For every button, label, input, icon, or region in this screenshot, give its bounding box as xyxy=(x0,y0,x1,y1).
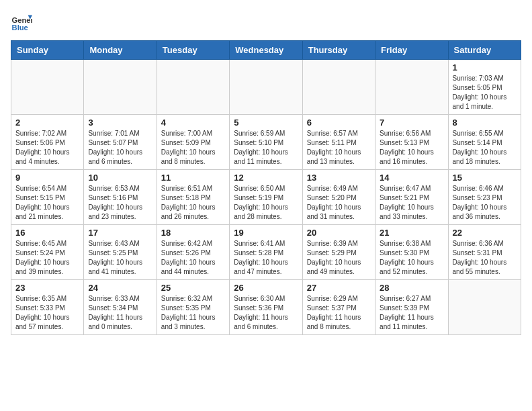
day-number: 4 xyxy=(161,118,225,128)
weekday-header-wednesday: Wednesday xyxy=(230,41,302,60)
calendar-cell: 12Sunrise: 6:50 AM Sunset: 5:19 PM Dayli… xyxy=(230,170,302,225)
day-info: Sunrise: 6:42 AM Sunset: 5:26 PM Dayligh… xyxy=(161,239,225,277)
day-number: 21 xyxy=(380,228,443,238)
calendar-cell xyxy=(84,60,157,115)
weekday-header-saturday: Saturday xyxy=(448,41,521,60)
day-info: Sunrise: 6:54 AM Sunset: 5:15 PM Dayligh… xyxy=(15,184,79,222)
day-info: Sunrise: 6:57 AM Sunset: 5:11 PM Dayligh… xyxy=(307,129,371,167)
day-info: Sunrise: 6:39 AM Sunset: 5:29 PM Dayligh… xyxy=(307,239,371,277)
day-info: Sunrise: 6:51 AM Sunset: 5:18 PM Dayligh… xyxy=(161,184,225,222)
calendar-week-2: 9Sunrise: 6:54 AM Sunset: 5:15 PM Daylig… xyxy=(11,170,521,225)
calendar-cell: 16Sunrise: 6:45 AM Sunset: 5:24 PM Dayli… xyxy=(11,225,84,280)
day-number: 12 xyxy=(234,173,298,183)
calendar-cell: 20Sunrise: 6:39 AM Sunset: 5:29 PM Dayli… xyxy=(302,225,375,280)
day-info: Sunrise: 6:46 AM Sunset: 5:23 PM Dayligh… xyxy=(453,184,517,222)
calendar-cell: 10Sunrise: 6:53 AM Sunset: 5:16 PM Dayli… xyxy=(84,170,157,225)
day-info: Sunrise: 6:33 AM Sunset: 5:34 PM Dayligh… xyxy=(88,294,152,332)
calendar-cell: 7Sunrise: 6:56 AM Sunset: 5:13 PM Daylig… xyxy=(375,115,448,170)
day-info: Sunrise: 6:38 AM Sunset: 5:30 PM Dayligh… xyxy=(380,239,443,277)
calendar-cell: 24Sunrise: 6:33 AM Sunset: 5:34 PM Dayli… xyxy=(84,280,157,335)
calendar-week-0: 1Sunrise: 7:03 AM Sunset: 5:05 PM Daylig… xyxy=(11,60,521,115)
weekday-header-friday: Friday xyxy=(375,41,448,60)
calendar-cell: 17Sunrise: 6:43 AM Sunset: 5:25 PM Dayli… xyxy=(84,225,157,280)
calendar-cell: 8Sunrise: 6:55 AM Sunset: 5:14 PM Daylig… xyxy=(448,115,521,170)
calendar-cell: 21Sunrise: 6:38 AM Sunset: 5:30 PM Dayli… xyxy=(375,225,448,280)
day-number: 6 xyxy=(307,118,371,128)
calendar-cell xyxy=(11,60,84,115)
day-number: 2 xyxy=(15,118,79,128)
day-number: 23 xyxy=(15,283,79,293)
calendar-cell: 4Sunrise: 7:00 AM Sunset: 5:09 PM Daylig… xyxy=(157,115,229,170)
day-info: Sunrise: 6:45 AM Sunset: 5:24 PM Dayligh… xyxy=(15,239,79,277)
calendar-cell: 6Sunrise: 6:57 AM Sunset: 5:11 PM Daylig… xyxy=(302,115,375,170)
day-number: 9 xyxy=(15,173,79,183)
weekday-header-tuesday: Tuesday xyxy=(157,41,229,60)
day-info: Sunrise: 6:53 AM Sunset: 5:16 PM Dayligh… xyxy=(88,184,152,222)
calendar-cell: 15Sunrise: 6:46 AM Sunset: 5:23 PM Dayli… xyxy=(448,170,521,225)
calendar-cell: 23Sunrise: 6:35 AM Sunset: 5:33 PM Dayli… xyxy=(11,280,84,335)
calendar-cell: 25Sunrise: 6:32 AM Sunset: 5:35 PM Dayli… xyxy=(157,280,229,335)
logo-icon: General Blue xyxy=(11,11,32,32)
calendar-cell xyxy=(157,60,229,115)
calendar-cell xyxy=(302,60,375,115)
calendar-body: 1Sunrise: 7:03 AM Sunset: 5:05 PM Daylig… xyxy=(11,60,521,335)
day-number: 18 xyxy=(161,228,225,238)
day-info: Sunrise: 6:47 AM Sunset: 5:21 PM Dayligh… xyxy=(380,184,443,222)
day-number: 16 xyxy=(15,228,79,238)
day-info: Sunrise: 6:55 AM Sunset: 5:14 PM Dayligh… xyxy=(453,129,517,167)
calendar-cell: 18Sunrise: 6:42 AM Sunset: 5:26 PM Dayli… xyxy=(157,225,229,280)
calendar-cell: 26Sunrise: 6:30 AM Sunset: 5:36 PM Dayli… xyxy=(230,280,302,335)
calendar-week-1: 2Sunrise: 7:02 AM Sunset: 5:06 PM Daylig… xyxy=(11,115,521,170)
day-number: 7 xyxy=(380,118,443,128)
calendar-cell xyxy=(448,280,521,335)
day-number: 5 xyxy=(234,118,298,128)
calendar-cell: 3Sunrise: 7:01 AM Sunset: 5:07 PM Daylig… xyxy=(84,115,157,170)
day-number: 24 xyxy=(88,283,152,293)
day-info: Sunrise: 6:30 AM Sunset: 5:36 PM Dayligh… xyxy=(234,294,298,332)
calendar-cell: 9Sunrise: 6:54 AM Sunset: 5:15 PM Daylig… xyxy=(11,170,84,225)
weekday-header-thursday: Thursday xyxy=(302,41,375,60)
day-info: Sunrise: 6:32 AM Sunset: 5:35 PM Dayligh… xyxy=(161,294,225,332)
svg-text:Blue: Blue xyxy=(12,24,28,32)
day-info: Sunrise: 6:43 AM Sunset: 5:25 PM Dayligh… xyxy=(88,239,152,277)
calendar-cell xyxy=(230,60,302,115)
logo: General Blue xyxy=(11,11,35,32)
weekday-header-row: SundayMondayTuesdayWednesdayThursdayFrid… xyxy=(11,41,521,60)
day-number: 25 xyxy=(161,283,225,293)
day-number: 3 xyxy=(88,118,152,128)
day-number: 19 xyxy=(234,228,298,238)
calendar-cell: 19Sunrise: 6:41 AM Sunset: 5:28 PM Dayli… xyxy=(230,225,302,280)
day-info: Sunrise: 7:01 AM Sunset: 5:07 PM Dayligh… xyxy=(88,129,152,167)
page-header: General Blue xyxy=(11,11,521,32)
weekday-header-sunday: Sunday xyxy=(11,41,84,60)
calendar-week-3: 16Sunrise: 6:45 AM Sunset: 5:24 PM Dayli… xyxy=(11,225,521,280)
day-info: Sunrise: 6:36 AM Sunset: 5:31 PM Dayligh… xyxy=(453,239,517,277)
calendar-week-4: 23Sunrise: 6:35 AM Sunset: 5:33 PM Dayli… xyxy=(11,280,521,335)
day-number: 28 xyxy=(380,283,443,293)
day-number: 26 xyxy=(234,283,298,293)
day-info: Sunrise: 7:02 AM Sunset: 5:06 PM Dayligh… xyxy=(15,129,79,167)
weekday-header-monday: Monday xyxy=(84,41,157,60)
calendar-cell: 5Sunrise: 6:59 AM Sunset: 5:10 PM Daylig… xyxy=(230,115,302,170)
calendar-table: SundayMondayTuesdayWednesdayThursdayFrid… xyxy=(11,40,521,335)
day-number: 10 xyxy=(88,173,152,183)
calendar-cell: 27Sunrise: 6:29 AM Sunset: 5:37 PM Dayli… xyxy=(302,280,375,335)
day-number: 20 xyxy=(307,228,371,238)
day-number: 15 xyxy=(453,173,517,183)
day-number: 27 xyxy=(307,283,371,293)
day-info: Sunrise: 6:29 AM Sunset: 5:37 PM Dayligh… xyxy=(307,294,371,332)
day-number: 14 xyxy=(380,173,443,183)
day-number: 13 xyxy=(307,173,371,183)
day-info: Sunrise: 6:35 AM Sunset: 5:33 PM Dayligh… xyxy=(15,294,79,332)
calendar-cell: 2Sunrise: 7:02 AM Sunset: 5:06 PM Daylig… xyxy=(11,115,84,170)
day-info: Sunrise: 7:03 AM Sunset: 5:05 PM Dayligh… xyxy=(453,74,517,111)
calendar-cell xyxy=(375,60,448,115)
calendar-header: SundayMondayTuesdayWednesdayThursdayFrid… xyxy=(11,41,521,60)
day-info: Sunrise: 6:41 AM Sunset: 5:28 PM Dayligh… xyxy=(234,239,298,277)
calendar-cell: 14Sunrise: 6:47 AM Sunset: 5:21 PM Dayli… xyxy=(375,170,448,225)
calendar-cell: 1Sunrise: 7:03 AM Sunset: 5:05 PM Daylig… xyxy=(448,60,521,115)
day-info: Sunrise: 6:59 AM Sunset: 5:10 PM Dayligh… xyxy=(234,129,298,167)
calendar-cell: 13Sunrise: 6:49 AM Sunset: 5:20 PM Dayli… xyxy=(302,170,375,225)
day-number: 1 xyxy=(453,62,517,73)
day-info: Sunrise: 6:50 AM Sunset: 5:19 PM Dayligh… xyxy=(234,184,298,222)
